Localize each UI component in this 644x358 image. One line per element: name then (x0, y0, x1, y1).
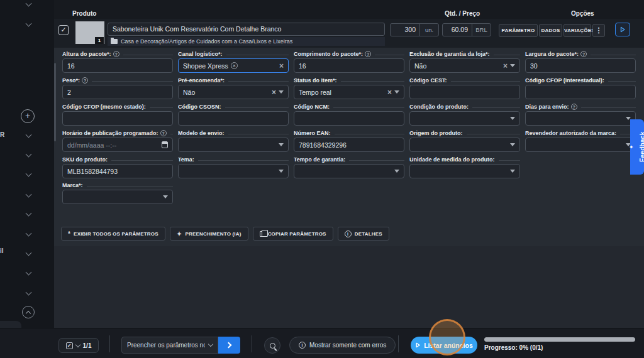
run-product-button[interactable] (615, 23, 630, 36)
tempo-de-garantia-select[interactable] (294, 164, 404, 178)
caret-down-icon[interactable] (510, 64, 515, 67)
dados-button[interactable]: DADOS (539, 24, 562, 37)
chevron-down-icon[interactable] (26, 210, 32, 217)
clear-icon[interactable]: × (279, 62, 284, 70)
price-input[interactable]: 60.09 BRL (442, 23, 491, 36)
codigo-csosn-input[interactable] (178, 111, 289, 126)
feedback-tab[interactable]: ✦ Feedback (630, 119, 644, 175)
chevron-down-icon[interactable] (26, 269, 32, 276)
collapse-up-icon[interactable] (22, 306, 35, 318)
help-icon[interactable]: ? (113, 51, 119, 57)
add-circle-icon[interactable]: + (21, 109, 35, 123)
exibir-todos-parametros-button[interactable]: *EXIBIR TODOS OS PARÂMETROS (61, 227, 165, 241)
condicao-do-produto-select[interactable] (409, 111, 520, 126)
calendar-icon[interactable] (162, 141, 168, 148)
clear-icon[interactable]: × (387, 89, 392, 96)
quantity-input[interactable]: 300 un. (390, 23, 439, 36)
sidebar: + R il s (0, 0, 54, 358)
product-checkbox[interactable]: ✓ (58, 25, 69, 35)
field-label: Código CFOP (mesmo estado): (62, 104, 146, 110)
caret-down-icon[interactable] (510, 170, 515, 173)
progress-label: Progresso: 0% (0/1) (484, 344, 543, 351)
codigo-cest-input[interactable] (409, 85, 520, 99)
search-button[interactable] (264, 337, 280, 354)
variacoes-button[interactable]: VARIAÇÕES (564, 24, 591, 37)
caret-down-icon[interactable] (510, 117, 515, 120)
listar-anuncios-button[interactable]: Listar anúncios (411, 337, 477, 354)
largura-do-pacote-input[interactable]: 30 (525, 58, 636, 73)
caret-down-icon[interactable] (279, 170, 284, 173)
copiar-parametros-button[interactable]: COPIAR PARÂMETROS (253, 227, 333, 241)
field-label: Modelo de envio: (178, 130, 225, 136)
horario-publicacao-input[interactable]: dd/mm/aaaa --:-- (62, 138, 173, 152)
peso-input[interactable]: 2 (62, 85, 173, 99)
status-do-item-select[interactable]: Tempo real× (294, 85, 404, 99)
field-label: Revendedor autorizado da marca: (525, 130, 616, 136)
clear-icon[interactable]: × (272, 89, 276, 96)
product-title-input[interactable]: Saboneteira Unik Com Reservatório Com De… (108, 23, 385, 36)
chevron-down-icon[interactable] (26, 151, 32, 158)
revendedor-autorizado-select[interactable] (525, 138, 636, 152)
sparkle-icon: ✦ (629, 144, 635, 150)
canal-logistico-select[interactable]: Shopee Xpress× × (178, 58, 289, 73)
field-label: Tema: (178, 156, 194, 163)
chevron-down-icon[interactable] (26, 290, 32, 296)
kebab-menu-button[interactable]: ⋮ (592, 24, 605, 37)
marca-select[interactable] (62, 190, 173, 204)
field-label: Dias para envio: (525, 104, 569, 110)
field-modelo-de-envio: Modelo de envio: (178, 129, 289, 152)
apply-fill-button[interactable] (218, 337, 240, 354)
scrollbar-thumb[interactable] (54, 63, 56, 141)
clear-icon[interactable]: × (503, 62, 508, 70)
chevron-down-icon[interactable] (26, 250, 32, 256)
comprimento-do-pacote-input[interactable]: 16 (294, 58, 404, 73)
field-label: Exclusão de garantia da loja*: (409, 51, 490, 57)
category-breadcrumb[interactable]: Casa e Decoração/Artigos de Cuidados com… (108, 37, 385, 46)
caret-down-icon[interactable] (394, 170, 399, 173)
codigo-ncm-input[interactable] (294, 111, 404, 126)
sidebar-item-fragment[interactable]: il (0, 247, 4, 254)
chevron-down-icon[interactable] (26, 132, 32, 138)
numero-ean-input[interactable]: 7891684329296 (294, 138, 404, 152)
listing-tool-page: + R il s Produto Qtd. / Preço Opções ✓ 1… (0, 0, 644, 358)
help-icon[interactable]: ? (160, 130, 167, 136)
modelo-de-envio-select[interactable] (178, 138, 289, 152)
field-comprimento-do-pacote: Comprimento do pacote*:? 16 (294, 50, 404, 73)
caret-down-icon[interactable] (394, 90, 399, 94)
help-icon[interactable]: ? (365, 51, 371, 57)
fill-parameters-select[interactable]: Preencher os parâmetros nos l (121, 337, 218, 354)
chevron-down-icon[interactable] (26, 21, 32, 27)
selection-toggle-button[interactable]: ✓ 1/1 (58, 338, 99, 353)
codigo-cfop-mesmo-estado-input[interactable] (62, 111, 173, 126)
help-icon[interactable]: ? (82, 77, 88, 84)
chip-remove-icon[interactable]: × (231, 62, 238, 69)
parametro-button[interactable]: PARÂMETRO (499, 24, 538, 37)
chevron-down-icon[interactable] (26, 171, 32, 177)
chevron-down-icon[interactable] (26, 1, 32, 7)
caret-down-icon[interactable] (279, 143, 284, 146)
help-icon[interactable]: ? (580, 51, 587, 57)
sku-do-produto-input[interactable]: MLB1582844793 (62, 164, 173, 178)
info-icon: i (345, 231, 352, 237)
mostrar-erros-button[interactable]: i Mostrar somente com erros (289, 337, 396, 354)
dias-para-envio-select[interactable] (525, 111, 636, 126)
origem-do-produto-select[interactable] (409, 138, 520, 152)
caret-down-icon[interactable] (510, 143, 515, 146)
unidade-de-medida-select[interactable] (409, 164, 520, 178)
detalhes-button[interactable]: iDETALHES (338, 227, 389, 241)
caret-down-icon[interactable] (279, 90, 284, 94)
sidebar-item-fragment[interactable]: R (0, 131, 4, 138)
altura-do-pacote-input[interactable]: 16 (62, 58, 173, 73)
parameters-grid: Altura do pacote*:? 16 Canal logístico*:… (62, 50, 636, 178)
chevron-down-icon[interactable] (26, 192, 32, 198)
pre-encomenda-select[interactable]: Não× (178, 85, 289, 99)
caret-down-icon[interactable] (163, 195, 168, 198)
codigo-cfop-interestadual-input[interactable] (525, 85, 636, 99)
preenchimento-ia-button[interactable]: ✦PREENCHIMENTO (IA) (170, 227, 248, 241)
field-label: Peso*: (62, 77, 80, 84)
field-codigo-cfop-interestadual: Código CFOP (interestadual): (525, 76, 636, 99)
help-icon[interactable]: ? (571, 104, 577, 110)
exclusao-garantia-select[interactable]: Não× (409, 58, 520, 73)
chevron-down-icon[interactable] (26, 231, 32, 237)
tema-select[interactable] (178, 164, 289, 178)
